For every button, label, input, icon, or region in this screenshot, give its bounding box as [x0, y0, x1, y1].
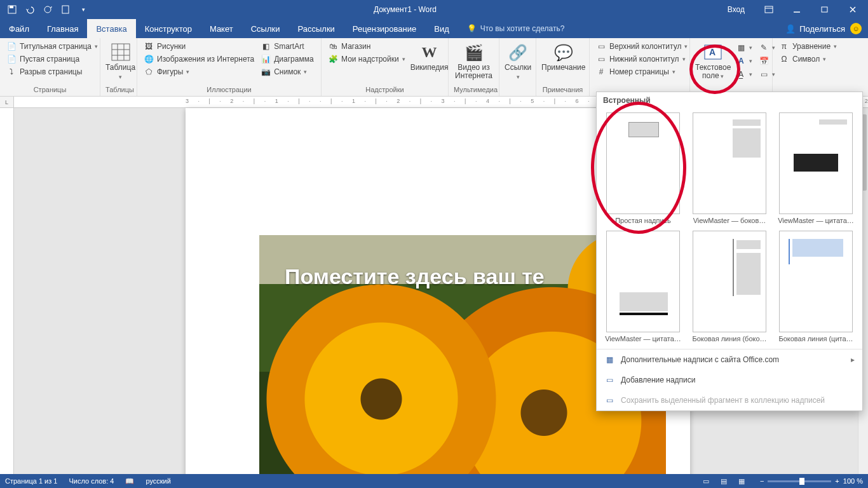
- shapes-button[interactable]: ⬠Фигуры: [142, 66, 255, 78]
- svg-text:A: A: [709, 47, 715, 57]
- zoom-in-button[interactable]: +: [835, 477, 839, 485]
- symbol-button[interactable]: ΩСимвол: [778, 53, 838, 65]
- share-icon: 👤: [785, 24, 796, 34]
- pictures-button[interactable]: 🖼Рисунки: [142, 41, 255, 52]
- gallery-item-simple-textbox[interactable]: Простая надпись: [604, 112, 682, 224]
- my-addins-button[interactable]: 🧩Мои надстройки: [327, 53, 407, 65]
- feedback-icon[interactable]: ☺: [850, 23, 862, 34]
- draw-textbox-icon: ▭: [604, 375, 614, 385]
- minimize-button[interactable]: [784, 0, 810, 19]
- tab-view[interactable]: Вид: [425, 19, 458, 38]
- ribbon-options-icon[interactable]: [756, 0, 782, 19]
- comment-button[interactable]: 💬 Примечание: [541, 41, 585, 72]
- status-language[interactable]: русский: [146, 477, 170, 485]
- textbox-button[interactable]: A Текстовое поле: [695, 41, 731, 81]
- zoom-slider-thumb[interactable]: [799, 478, 804, 485]
- tab-insert[interactable]: Вставка: [87, 19, 135, 38]
- equation-icon: π: [779, 41, 789, 51]
- close-button[interactable]: [840, 0, 865, 19]
- qat-save[interactable]: [4, 1, 20, 18]
- tab-file[interactable]: Файл: [0, 19, 38, 38]
- screenshot-button[interactable]: 📷Снимок: [259, 66, 315, 78]
- view-print-layout[interactable]: ▤: [717, 476, 731, 486]
- qat-new[interactable]: [57, 1, 74, 18]
- ruler-corner[interactable]: L: [0, 97, 14, 108]
- smartart-button[interactable]: ◧SmartArt: [259, 41, 315, 52]
- gallery-item-viewmaster-quote[interactable]: ViewMaster — цитата…: [777, 112, 855, 224]
- wordart-button[interactable]: A: [735, 55, 754, 67]
- gallery-save-selection: ▭ Сохранить выделенный фрагмент в коллек…: [597, 390, 862, 410]
- gallery-item-sideline-sidebar[interactable]: Боковая линия (боко…: [691, 231, 768, 342]
- online-video-button[interactable]: 🎬 Видео из Интернета: [454, 41, 494, 80]
- tab-home[interactable]: Главная: [38, 19, 87, 38]
- svg-point-2: [44, 6, 51, 13]
- tab-references[interactable]: Ссылки: [242, 19, 289, 38]
- screenshot-icon: 📷: [261, 67, 271, 77]
- svg-rect-1: [10, 6, 13, 8]
- header-button[interactable]: ▭Верхний колонтитул: [595, 41, 689, 52]
- gallery-more-office[interactable]: ▦ Дополнительные надписи с сайта Office.…: [597, 349, 862, 370]
- online-pictures-button[interactable]: 🌐Изображения из Интернета: [142, 53, 255, 65]
- status-page[interactable]: Страница 1 из 1: [5, 477, 57, 485]
- zoom-slider[interactable]: [768, 480, 831, 482]
- zoom-out-button[interactable]: −: [760, 477, 764, 485]
- tab-design[interactable]: Конструктор: [136, 19, 201, 38]
- blank-page-icon: 📄: [6, 54, 17, 64]
- gallery-item-viewmaster-quote-2[interactable]: ViewMaster — цитата…: [604, 231, 682, 342]
- online-pictures-icon: 🌐: [144, 54, 154, 64]
- chart-button[interactable]: 📊Диаграмма: [259, 53, 315, 65]
- footer-icon: ▭: [596, 54, 606, 64]
- drop-cap-icon: A̲: [736, 69, 746, 79]
- equation-button[interactable]: πУравнение: [778, 41, 838, 52]
- comment-icon: 💬: [553, 42, 574, 62]
- status-proofing-icon[interactable]: 📖: [125, 477, 134, 485]
- view-web-layout[interactable]: ▦: [735, 476, 749, 486]
- maximize-button[interactable]: [812, 0, 837, 19]
- page-number-button[interactable]: #Номер страницы: [595, 66, 689, 78]
- svg-rect-6: [112, 44, 130, 60]
- window-title: Документ1 - Word: [92, 5, 719, 14]
- store-button[interactable]: 🛍Магазин: [327, 41, 407, 52]
- link-icon: 🔗: [508, 42, 528, 62]
- lightbulb-icon: 💡: [467, 24, 477, 33]
- drop-cap-button[interactable]: A̲: [735, 69, 754, 80]
- tab-review[interactable]: Рецензирование: [344, 19, 425, 38]
- shapes-icon: ⬠: [144, 67, 154, 77]
- video-icon: 🎬: [464, 42, 484, 62]
- date-icon: 📅: [759, 56, 769, 66]
- tab-layout[interactable]: Макет: [201, 19, 242, 38]
- sign-in[interactable]: Вход: [719, 5, 754, 14]
- share-button[interactable]: 👤 Поделиться: [785, 24, 845, 34]
- quick-parts-button[interactable]: ▦: [735, 42, 754, 53]
- group-tables-label: Таблицы: [105, 85, 132, 96]
- qat-redo[interactable]: [39, 1, 56, 18]
- office-icon: ▦: [604, 355, 614, 365]
- share-label: Поделиться: [799, 24, 845, 34]
- zoom-level[interactable]: 100 %: [843, 477, 863, 485]
- qat-customize[interactable]: ▾: [75, 1, 92, 18]
- wikipedia-icon: W: [419, 42, 440, 62]
- page-break-button[interactable]: ⤵Разрыв страницы: [5, 66, 99, 78]
- smartart-icon: ◧: [261, 41, 271, 51]
- textbox-gallery: Встроенный Простая надпись ViewMaster — …: [596, 92, 863, 411]
- qat-undo[interactable]: [22, 1, 38, 18]
- gallery-draw-textbox[interactable]: ▭ Добавление надписи: [597, 370, 862, 390]
- view-read-mode[interactable]: ▭: [699, 476, 713, 486]
- status-wordcount[interactable]: Число слов: 4: [69, 477, 114, 485]
- gallery-item-viewmaster-sidebar[interactable]: ViewMaster — боков…: [691, 112, 768, 224]
- textbox-icon: A: [703, 42, 723, 62]
- blank-page-button[interactable]: 📄Пустая страница: [5, 53, 99, 65]
- store-icon: 🛍: [328, 41, 338, 51]
- vertical-ruler[interactable]: [0, 108, 14, 474]
- footer-button[interactable]: ▭Нижний колонтитул: [595, 53, 689, 65]
- wikipedia-button[interactable]: W Википедия: [410, 41, 449, 72]
- tab-mailings[interactable]: Рассылки: [288, 19, 343, 38]
- tell-me-search[interactable]: 💡 Что вы хотите сделать?: [458, 19, 565, 38]
- links-button[interactable]: 🔗 Ссылки: [505, 41, 531, 81]
- cover-page-button[interactable]: 📄Титульная страница: [5, 41, 99, 52]
- table-button[interactable]: Таблица: [105, 41, 135, 81]
- svg-rect-3: [62, 6, 69, 13]
- header-icon: ▭: [596, 41, 606, 51]
- gallery-item-sideline-quote[interactable]: Боковая линия (цита…: [777, 231, 855, 342]
- group-illustrations-label: Иллюстрации: [142, 85, 316, 96]
